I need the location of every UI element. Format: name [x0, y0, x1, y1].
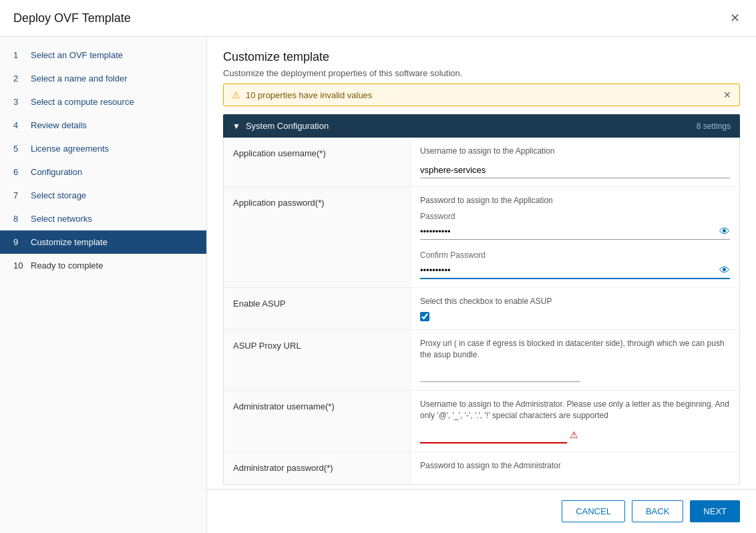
sidebar-item-label: Review details [31, 120, 87, 130]
error-close-button[interactable]: ✕ [723, 90, 731, 100]
field-value-admin-password: Password to assign to the Administrator [411, 452, 739, 485]
modal-title: Deploy OVF Template [13, 11, 131, 25]
table-row: Application password(*) Password to assi… [224, 187, 739, 288]
back-button[interactable]: BACK [632, 500, 683, 522]
step-number: 6 [13, 167, 24, 177]
step-number: 10 [13, 260, 24, 271]
main-content: Customize template Customize the deploym… [207, 37, 756, 533]
sidebar-item-label: Customize template [31, 237, 108, 247]
step-number: 8 [13, 214, 24, 224]
sidebar-item-6[interactable]: 6Configuration [0, 160, 206, 184]
confirm-password-wrapper: 👁 [420, 262, 730, 279]
cancel-button[interactable]: CANCEL [562, 500, 625, 522]
step-number: 1 [13, 50, 24, 60]
step-number: 3 [13, 97, 24, 107]
error-banner-left: ⚠ 10 properties have invalid values [232, 90, 372, 100]
sidebar-item-7[interactable]: 7Select storage [0, 184, 206, 207]
table-row: Application username(*) Username to assi… [224, 138, 739, 187]
sidebar-item-label: Select a compute resource [31, 97, 134, 107]
sidebar-item-9[interactable]: 9Customize template [0, 230, 206, 254]
section-title: System Configuration [246, 121, 329, 131]
content-area: ▼ System Configuration 8 settings Applic… [207, 114, 756, 489]
confirm-password-group: Confirm Password 👁 [420, 250, 730, 279]
page-title: Customize template [223, 50, 740, 64]
error-message: 10 properties have invalid values [246, 90, 372, 100]
sidebar-item-5[interactable]: 5License agreements [0, 137, 206, 160]
checkbox-wrapper [420, 312, 730, 321]
sidebar-item-label: Select storage [31, 190, 86, 200]
confirm-password-toggle-icon[interactable]: 👁 [719, 264, 730, 277]
field-value-app-password: Password to assign to the Application Pa… [411, 187, 739, 287]
password-toggle-icon[interactable]: 👁 [719, 226, 730, 238]
modal-header: Deploy OVF Template ✕ [0, 0, 756, 37]
sidebar-item-4[interactable]: 4Review details [0, 114, 206, 137]
field-description: Username to assign to the Application [420, 146, 730, 157]
modal-body: 1Select an OVF template2Select a name an… [0, 37, 756, 533]
error-banner: ⚠ 10 properties have invalid values ✕ [223, 83, 740, 106]
admin-input-wrapper: ⚠ [420, 427, 730, 443]
step-number: 4 [13, 120, 24, 130]
field-description: Select this checkbox to enable ASUP [420, 296, 730, 307]
field-description: Proxy url ( in case if egress is blocked… [420, 338, 730, 361]
admin-username-input[interactable] [420, 427, 567, 443]
password-wrapper: 👁 [420, 224, 730, 240]
step-number: 2 [13, 73, 24, 83]
field-description: Password to assign to the Application [420, 195, 730, 206]
modal-footer: CANCEL BACK NEXT [207, 489, 756, 533]
confirm-password-label: Confirm Password [420, 250, 730, 260]
table-row: Administrator password(*) Password to as… [224, 452, 739, 485]
sidebar-item-label: Configuration [31, 167, 82, 177]
step-number: 7 [13, 190, 24, 200]
modal-overlay: Deploy OVF Template ✕ 1Select an OVF tem… [0, 0, 756, 533]
field-label-admin-password: Administrator password(*) [224, 452, 411, 485]
field-label-enable-asup: Enable ASUP [224, 288, 411, 330]
sidebar-item-10[interactable]: 10Ready to complete [0, 254, 206, 277]
url-input-wrapper [420, 366, 730, 382]
password-group: Password 👁 [420, 212, 730, 240]
step-number: 9 [13, 237, 24, 247]
section-settings-count: 8 settings [697, 122, 731, 131]
app-username-input[interactable] [420, 162, 730, 178]
step-number: 5 [13, 144, 24, 154]
sidebar-item-2[interactable]: 2Select a name and folder [0, 67, 206, 90]
field-description: Username to assign to the Administrator.… [420, 399, 730, 421]
main-header: Customize template Customize the deploym… [207, 37, 756, 83]
error-indicator-icon: ⚠ [570, 429, 578, 440]
warning-icon: ⚠ [232, 90, 240, 100]
field-label-asup-proxy: ASUP Proxy URL [224, 330, 411, 390]
sidebar-item-label: Select an OVF template [31, 50, 123, 60]
modal: Deploy OVF Template ✕ 1Select an OVF tem… [0, 0, 756, 533]
field-label-app-password: Application password(*) [224, 187, 411, 287]
field-description: Password to assign to the Administrator [420, 460, 730, 472]
close-button[interactable]: ✕ [727, 8, 743, 28]
sidebar-item-1[interactable]: 1Select an OVF template [0, 43, 206, 67]
table-row: Enable ASUP Select this checkbox to enab… [224, 288, 739, 331]
field-value-enable-asup: Select this checkbox to enable ASUP [411, 288, 739, 330]
field-label-admin-username: Administrator username(*) [224, 391, 411, 452]
sidebar-item-label: License agreements [31, 144, 109, 154]
form-table: Application username(*) Username to assi… [223, 138, 740, 485]
sidebar-item-label: Ready to complete [31, 260, 103, 271]
app-password-input[interactable] [420, 224, 730, 240]
password-label: Password [420, 212, 730, 221]
field-value-app-username: Username to assign to the Application [411, 138, 739, 186]
field-label-app-username: Application username(*) [224, 138, 411, 186]
enable-asup-checkbox[interactable] [420, 312, 429, 321]
app-confirm-password-input[interactable] [420, 262, 730, 279]
next-button[interactable]: NEXT [690, 500, 740, 522]
section-header: ▼ System Configuration 8 settings [223, 114, 740, 138]
table-row: Administrator username(*) Username to as… [224, 391, 739, 452]
sidebar-item-3[interactable]: 3Select a compute resource [0, 90, 206, 114]
sidebar-item-8[interactable]: 8Select networks [0, 207, 206, 230]
sidebar-item-label: Select a name and folder [31, 73, 128, 83]
collapse-icon[interactable]: ▼ [232, 122, 240, 131]
sidebar: 1Select an OVF template2Select a name an… [0, 37, 207, 533]
page-description: Customize the deployment properties of t… [223, 68, 740, 78]
asup-proxy-url-input[interactable] [420, 366, 580, 382]
sidebar-item-label: Select networks [31, 214, 92, 224]
field-value-admin-username: Username to assign to the Administrator.… [411, 391, 739, 452]
field-value-asup-proxy: Proxy url ( in case if egress is blocked… [411, 330, 739, 390]
table-row: ASUP Proxy URL Proxy url ( in case if eg… [224, 330, 739, 391]
